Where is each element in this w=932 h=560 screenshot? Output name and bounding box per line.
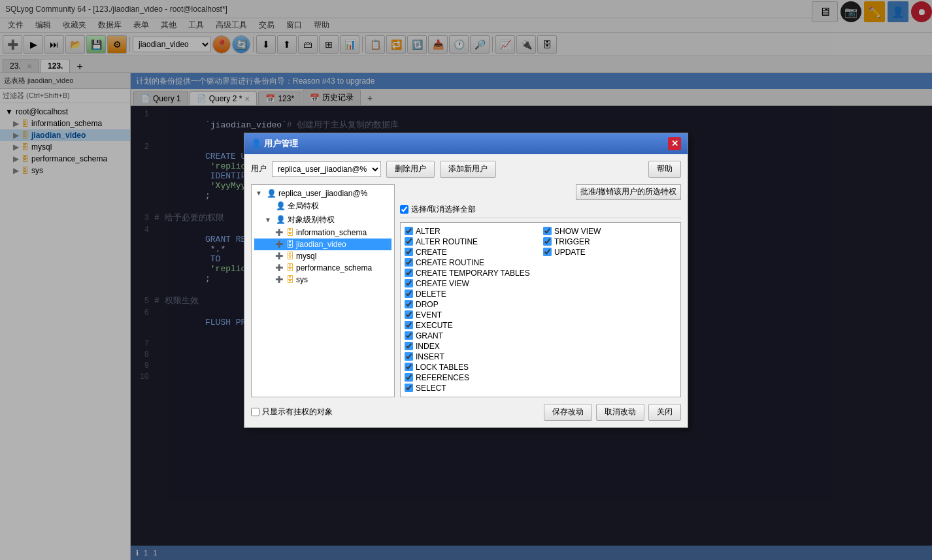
dialog-perm-panel: 批准/撤销该用户的所选特权 选择/取消选择全部 ALTER SHOW VIEW … <box>400 184 681 397</box>
dtree-perf[interactable]: ➕ 🗄 performance_schema <box>254 262 391 274</box>
perm-EXECUTE[interactable]: EXECUTE <box>405 321 538 330</box>
dialog-title-text: 👤 用户管理 <box>251 138 298 150</box>
perm-REFERENCES[interactable]: REFERENCES <box>405 373 538 382</box>
dtree-jiaodian[interactable]: ➕ 🗄 jiaodian_video <box>254 239 391 250</box>
show-objects-row: 只显示有挂权的对象 <box>251 406 333 418</box>
dtree-info-label: information_schema <box>296 228 367 237</box>
dialog-cancel-btn[interactable]: 取消改动 <box>596 404 644 421</box>
perm-DROP[interactable]: DROP <box>405 300 538 309</box>
dialog-actions: 保存改动 取消改动 关闭 <box>544 404 681 421</box>
perm-SELECT[interactable]: SELECT <box>405 384 538 393</box>
dtree-global-priv[interactable]: 👤 全局特权 <box>254 199 391 213</box>
perm-placeholder-10 <box>543 352 676 361</box>
dtree-collapse-icon: ▼ <box>256 189 265 197</box>
perm-EVENT[interactable]: EVENT <box>405 310 538 320</box>
dtree-sys-icon: 🗄 <box>286 275 294 284</box>
dialog-close-button[interactable]: ✕ <box>668 137 681 150</box>
dtree-object-arrow: ▼ <box>265 216 274 223</box>
perm-UPDATE[interactable]: UPDATE <box>543 248 676 257</box>
dtree-sys-expand: ➕ <box>275 276 284 283</box>
dtree-object-priv[interactable]: ▼ 👤 对象级别特权 <box>254 213 391 227</box>
dtree-sys-label: sys <box>296 275 308 284</box>
perm-placeholder-5 <box>543 300 676 309</box>
dialog-user-select[interactable]: replica_user_jiaodian@% <box>272 161 381 177</box>
dtree-sys[interactable]: ➕ 🗄 sys <box>254 274 391 286</box>
perm-batch-btn[interactable]: 批准/撤销该用户的所选特权 <box>576 184 681 200</box>
perm-placeholder-6 <box>543 310 676 320</box>
perm-placeholder-12 <box>543 373 676 382</box>
dialog-body: 用户 replica_user_jiaodian@% 删除用户 添加新用户 帮助… <box>244 154 688 427</box>
dtree-global-label: 全局特权 <box>288 201 319 212</box>
dialog-main: ▼ 👤 replica_user_jiaodian@% 👤 全局特权 ▼ 👤 <box>251 184 681 397</box>
perm-placeholder-3 <box>543 279 676 288</box>
dtree-perf-expand: ➕ <box>275 264 284 271</box>
dialog-close-bottom-btn[interactable]: 关闭 <box>648 404 681 421</box>
perm-INSERT[interactable]: INSERT <box>405 352 538 361</box>
perm-placeholder-1 <box>543 258 676 267</box>
dialog-user-row: 用户 replica_user_jiaodian@% 删除用户 添加新用户 帮助 <box>251 161 681 178</box>
dtree-mysql-expand: ➕ <box>275 252 284 259</box>
dialog-bottom: 只显示有挂权的对象 保存改动 取消改动 关闭 <box>251 404 681 421</box>
perm-placeholder-9 <box>543 342 676 351</box>
perm-placeholder-8 <box>543 331 676 340</box>
dtree-object-icon: 👤 <box>276 215 286 224</box>
user-mgmt-dialog: 👤 用户管理 ✕ 用户 replica_user_jiaodian@% 删除用户… <box>244 133 688 428</box>
dtree-info-icon: 🗄 <box>286 228 294 237</box>
perm-CREATE[interactable]: CREATE <box>405 248 538 257</box>
dtree-perf-icon: 🗄 <box>286 263 294 272</box>
perm-header: 批准/撤销该用户的所选特权 <box>400 184 681 200</box>
dialog-title-bar: 👤 用户管理 ✕ <box>244 133 688 154</box>
dtree-object-label: 对象级别特权 <box>288 214 335 225</box>
dtree-user-root[interactable]: ▼ 👤 replica_user_jiaodian@% <box>254 188 391 199</box>
dtree-info-expand: ➕ <box>275 229 284 236</box>
dtree-mysql[interactable]: ➕ 🗄 mysql <box>254 250 391 262</box>
perm-SHOW-VIEW[interactable]: SHOW VIEW <box>543 227 676 236</box>
dtree-user-icon: 👤 <box>267 189 276 198</box>
perm-ALTER[interactable]: ALTER <box>405 227 538 236</box>
perm-placeholder-4 <box>543 289 676 299</box>
perm-LOCK-TABLES[interactable]: LOCK TABLES <box>405 363 538 372</box>
dialog-tree-panel: ▼ 👤 replica_user_jiaodian@% 👤 全局特权 ▼ 👤 <box>251 184 395 397</box>
dtree-global-icon: 👤 <box>276 201 286 210</box>
dtree-jiaodian-expand: ➕ <box>275 240 284 248</box>
perm-placeholder-7 <box>543 321 676 330</box>
perm-select-all-label: 选择/取消选择全部 <box>411 204 476 215</box>
dtree-mysql-label: mysql <box>296 252 316 261</box>
perm-placeholder-2 <box>543 269 676 278</box>
dialog-delete-user-btn[interactable]: 删除用户 <box>386 161 435 178</box>
dtree-info-schema[interactable]: ➕ 🗄 information_schema <box>254 227 391 239</box>
perm-CREATE-TEMP[interactable]: CREATE TEMPORARY TABLES <box>405 269 538 278</box>
dtree-perf-label: performance_schema <box>296 263 372 272</box>
dtree-jiaodian-icon: 🗄 <box>286 240 294 249</box>
perm-DELETE[interactable]: DELETE <box>405 289 538 299</box>
perm-placeholder-13 <box>543 384 676 393</box>
dialog-add-user-btn[interactable]: 添加新用户 <box>440 161 496 178</box>
dtree-jiaodian-label: jiaodian_video <box>296 240 346 249</box>
show-objects-label: 只显示有挂权的对象 <box>262 406 333 418</box>
perm-CREATE-VIEW[interactable]: CREATE VIEW <box>405 279 538 288</box>
dialog-save-btn[interactable]: 保存改动 <box>544 404 592 421</box>
dialog-help-btn[interactable]: 帮助 <box>648 161 681 178</box>
dialog-overlay: 👤 用户管理 ✕ 用户 replica_user_jiaodian@% 删除用户… <box>0 0 932 560</box>
perm-select-all-row: 选择/取消选择全部 <box>400 204 681 218</box>
show-objects-checkbox[interactable] <box>251 408 259 416</box>
perm-GRANT[interactable]: GRANT <box>405 331 538 340</box>
perm-TRIGGER[interactable]: TRIGGER <box>543 237 676 246</box>
dtree-user-label: replica_user_jiaodian@% <box>278 189 367 198</box>
perm-ALTER-ROUTINE[interactable]: ALTER ROUTINE <box>405 237 538 246</box>
perm-CREATE-ROUTINE[interactable]: CREATE ROUTINE <box>405 258 538 267</box>
dtree-mysql-icon: 🗄 <box>286 252 294 261</box>
perm-placeholder-11 <box>543 363 676 372</box>
perm-select-all-checkbox[interactable] <box>400 205 408 214</box>
perm-checkboxes: ALTER SHOW VIEW ALTER ROUTINE TRIGGER CR… <box>400 222 681 397</box>
dialog-user-label: 用户 <box>251 163 267 174</box>
perm-INDEX[interactable]: INDEX <box>405 342 538 351</box>
